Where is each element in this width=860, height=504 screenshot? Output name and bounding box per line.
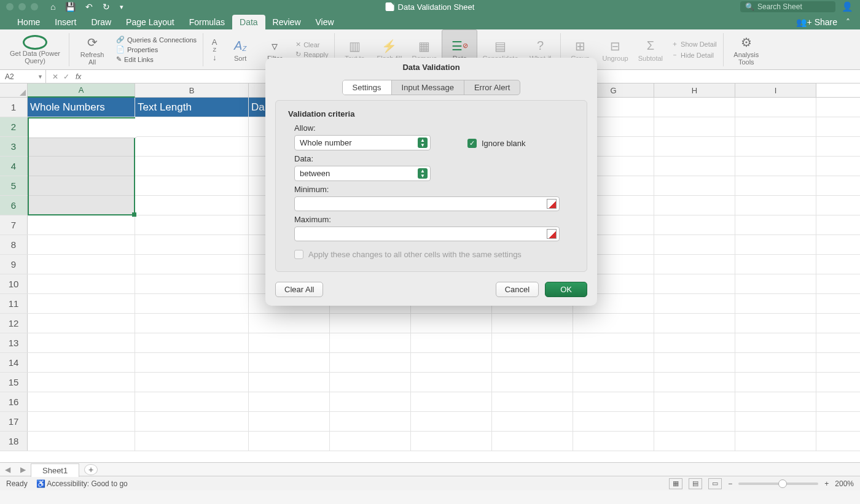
cell[interactable] — [28, 392, 135, 411]
column-header-h[interactable]: H — [654, 83, 735, 97]
tab-formulas[interactable]: Formulas — [182, 15, 232, 29]
cell[interactable] — [249, 392, 330, 411]
cell[interactable] — [28, 294, 135, 313]
cell[interactable] — [135, 353, 249, 372]
cell[interactable] — [28, 117, 135, 136]
cell[interactable] — [28, 196, 135, 215]
cell[interactable] — [135, 314, 249, 333]
cell[interactable] — [492, 333, 573, 352]
cell[interactable] — [654, 176, 735, 195]
zoom-thumb[interactable] — [778, 479, 787, 488]
clear-all-button[interactable]: Clear All — [275, 282, 323, 297]
analysis-tools-button[interactable]: ⚙︎Analysis Tools — [726, 29, 767, 69]
view-page-layout-button[interactable]: ▤ — [689, 478, 702, 489]
cell[interactable] — [654, 353, 735, 372]
clear-filter-button[interactable]: ⨯Clear — [295, 41, 319, 48]
subtotal-button[interactable]: ΣSubtotal — [633, 29, 668, 69]
cell[interactable] — [492, 314, 573, 333]
row-header[interactable]: 10 — [0, 274, 28, 293]
undo-icon[interactable]: ↶ — [85, 2, 93, 12]
select-all-corner[interactable] — [0, 83, 28, 97]
cell[interactable] — [573, 314, 654, 333]
cell[interactable] — [249, 333, 330, 352]
cell[interactable] — [654, 274, 735, 293]
cell[interactable] — [135, 412, 249, 431]
cell[interactable] — [654, 373, 735, 392]
cell[interactable] — [411, 392, 492, 411]
cell[interactable] — [135, 157, 249, 176]
cell[interactable] — [28, 353, 135, 372]
cell[interactable] — [654, 137, 735, 156]
cell[interactable] — [654, 314, 735, 333]
add-sheet-button[interactable]: + — [84, 464, 98, 475]
cell[interactable] — [411, 353, 492, 372]
row-header[interactable]: 1 — [0, 98, 28, 117]
cell[interactable] — [28, 432, 135, 451]
cell[interactable] — [735, 353, 816, 372]
column-header-i[interactable]: I — [735, 83, 816, 97]
cell[interactable] — [573, 373, 654, 392]
cell[interactable] — [654, 255, 735, 274]
show-detail-button[interactable]: ＋Show Detail — [671, 39, 717, 48]
zoom-level[interactable]: 200% — [835, 479, 854, 488]
allow-select[interactable]: Whole number ▲▼ — [294, 135, 431, 150]
row-header[interactable]: 12 — [0, 314, 28, 333]
cell[interactable] — [330, 373, 411, 392]
cell[interactable] — [573, 392, 654, 411]
row-header[interactable]: 2 — [0, 117, 28, 136]
accessibility-status[interactable]: ♿ Accessibility: Good to go — [36, 479, 128, 488]
ok-button[interactable]: OK — [545, 282, 587, 297]
column-header-a[interactable]: A — [28, 83, 135, 98]
cell[interactable] — [411, 432, 492, 451]
cell[interactable] — [28, 314, 135, 333]
cell[interactable] — [492, 392, 573, 411]
row-header[interactable]: 5 — [0, 176, 28, 195]
row-header[interactable]: 13 — [0, 333, 28, 352]
cell[interactable] — [411, 333, 492, 352]
enter-formula-icon[interactable]: ✓ — [63, 72, 69, 81]
cell[interactable]: Whole Numbers — [28, 98, 135, 117]
cell[interactable] — [735, 373, 816, 392]
cell[interactable] — [735, 412, 816, 431]
row-header[interactable]: 3 — [0, 137, 28, 156]
cell[interactable] — [735, 314, 816, 333]
cell[interactable] — [492, 412, 573, 431]
cell[interactable] — [573, 432, 654, 451]
row-header[interactable]: 16 — [0, 392, 28, 411]
cell[interactable] — [735, 392, 816, 411]
home-icon[interactable]: ⌂ — [50, 2, 55, 12]
cell[interactable] — [735, 98, 816, 117]
cell[interactable] — [735, 196, 816, 215]
cell[interactable] — [28, 373, 135, 392]
cell[interactable] — [492, 353, 573, 372]
tab-review[interactable]: Review — [265, 15, 308, 29]
name-box-dropdown-icon[interactable]: ▼ — [37, 74, 43, 80]
share-button[interactable]: 👥+Share — [796, 17, 837, 27]
row-header[interactable]: 14 — [0, 353, 28, 372]
cell[interactable] — [28, 176, 135, 195]
cell[interactable] — [135, 392, 249, 411]
cell[interactable] — [28, 255, 135, 274]
get-data-button[interactable]: Get Data (Power Query) — [4, 29, 66, 69]
cell[interactable] — [654, 412, 735, 431]
cell[interactable]: Text Length — [135, 98, 249, 117]
row-header[interactable]: 6 — [0, 196, 28, 215]
cell[interactable] — [135, 274, 249, 293]
cell[interactable] — [249, 314, 330, 333]
cell[interactable] — [135, 215, 249, 235]
refresh-all-button[interactable]: ⟳ Refresh All — [72, 29, 112, 69]
sheet-nav-next-icon[interactable]: ▶ — [15, 465, 31, 474]
zoom-window-icon[interactable] — [31, 3, 38, 10]
row-header[interactable]: 11 — [0, 294, 28, 313]
cell[interactable] — [330, 412, 411, 431]
cell[interactable] — [249, 432, 330, 451]
cell[interactable] — [573, 333, 654, 352]
maximum-input[interactable] — [294, 227, 560, 241]
cell[interactable] — [573, 412, 654, 431]
cell[interactable] — [28, 235, 135, 254]
cell[interactable] — [28, 274, 135, 293]
cell[interactable] — [135, 117, 249, 136]
data-select[interactable]: between ▲▼ — [294, 166, 431, 181]
sheet-nav-prev-icon[interactable]: ◀ — [0, 465, 15, 474]
cell[interactable] — [654, 117, 735, 136]
